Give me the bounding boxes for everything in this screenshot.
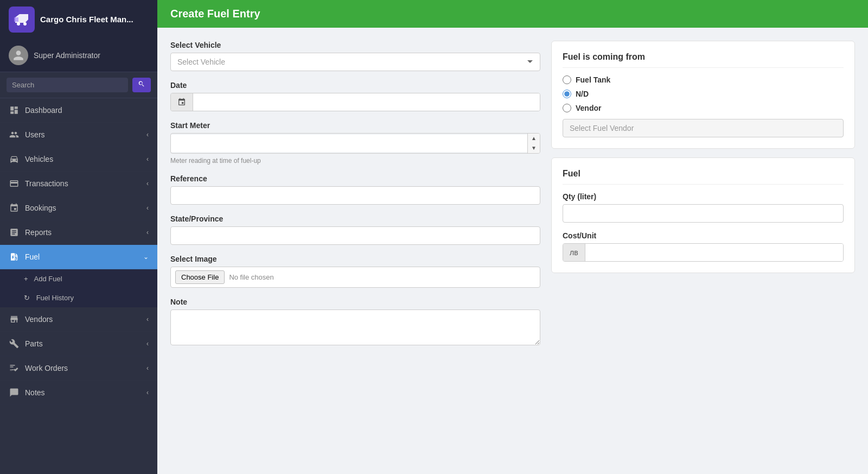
- svg-point-2: [23, 22, 27, 26]
- main-content: Create Fuel Entry Select Vehicle Select …: [157, 0, 868, 474]
- fuel-source-title: Fuel is coming from: [563, 52, 844, 68]
- sidebar-sub-fuel-history[interactable]: ↻ Fuel History: [0, 288, 157, 307]
- vehicle-select[interactable]: Select Vehicle: [170, 53, 540, 71]
- note-group: Note: [170, 298, 540, 345]
- sidebar-header: Cargo Chris Fleet Man...: [0, 0, 157, 39]
- date-group: Date 2025-02-04: [170, 81, 540, 111]
- username: Super Administrator: [34, 51, 100, 60]
- reference-label: Reference: [170, 174, 540, 183]
- sidebar-item-fuel[interactable]: Fuel ⌄: [0, 245, 157, 269]
- work-orders-icon: [9, 363, 20, 374]
- choose-file-button[interactable]: Choose File: [175, 270, 225, 284]
- date-label: Date: [170, 81, 540, 90]
- nd-radio[interactable]: [563, 90, 571, 98]
- svg-point-1: [17, 22, 20, 26]
- radio-fuel-tank: Fuel Tank: [563, 75, 844, 84]
- right-panel: Fuel is coming from Fuel Tank N/D Vendor: [551, 41, 855, 273]
- select-image-label: Select Image: [170, 255, 540, 263]
- left-panel: Select Vehicle Select Vehicle Date 2025-…: [170, 41, 540, 345]
- spin-down[interactable]: ▼: [528, 143, 540, 153]
- work-orders-chevron: ‹: [146, 364, 149, 372]
- app-logo: [9, 7, 35, 33]
- start-meter-group: Start Meter ▲ ▼ Meter reading at time of…: [170, 121, 540, 165]
- file-name-label: No file chosen: [229, 273, 273, 281]
- sidebar-item-notes[interactable]: Notes ‹: [0, 381, 157, 405]
- sidebar-sub-add-fuel[interactable]: + Add Fuel: [0, 269, 157, 288]
- date-input[interactable]: 2025-02-04: [193, 93, 540, 111]
- avatar: [9, 46, 28, 65]
- parts-chevron: ‹: [146, 340, 149, 347]
- qty-label: Qty (liter): [563, 192, 844, 201]
- form-area: Select Vehicle Select Vehicle Date 2025-…: [157, 28, 868, 474]
- vehicles-icon: [9, 154, 20, 165]
- cost-unit-input[interactable]: 0.00: [585, 244, 843, 261]
- cost-unit-group: Cost/Unit лв 0.00: [563, 231, 844, 262]
- transactions-chevron: ‹: [146, 180, 149, 187]
- bookings-icon: [9, 203, 20, 213]
- page-header: Create Fuel Entry: [157, 0, 868, 28]
- sidebar-item-reports[interactable]: Reports ‹: [0, 220, 157, 245]
- reference-input[interactable]: [170, 186, 540, 205]
- add-fuel-icon: +: [24, 275, 28, 283]
- dashboard-icon: [9, 105, 20, 116]
- sidebar-item-vendors[interactable]: Vendors ‹: [0, 307, 157, 332]
- note-label: Note: [170, 298, 540, 306]
- search-bar: [0, 72, 157, 98]
- state-province-group: State/Province: [170, 214, 540, 245]
- fuel-icon: [9, 251, 20, 262]
- sidebar-item-users[interactable]: Users ‹: [0, 123, 157, 147]
- fuel-tank-label[interactable]: Fuel Tank: [576, 75, 610, 84]
- state-province-input[interactable]: [170, 226, 540, 245]
- notes-chevron: ‹: [146, 389, 149, 396]
- transactions-icon: [9, 178, 20, 189]
- reports-chevron: ‹: [146, 229, 149, 236]
- users-icon: [9, 129, 20, 140]
- sidebar-item-transactions[interactable]: Transactions ‹: [0, 172, 157, 196]
- reports-icon: [9, 227, 20, 238]
- notes-icon: [9, 387, 20, 398]
- sidebar-item-vehicles[interactable]: Vehicles ‹: [0, 147, 157, 172]
- fuel-details-title: Fuel: [563, 169, 844, 185]
- spinners: ▲ ▼: [527, 134, 540, 153]
- start-meter-input[interactable]: [171, 135, 527, 152]
- sidebar-item-work-orders[interactable]: Work Orders ‹: [0, 356, 157, 381]
- start-meter-hint: Meter reading at time of fuel-up: [170, 157, 540, 165]
- currency-prefix: лв: [563, 244, 585, 261]
- qty-input[interactable]: 0.00: [563, 204, 844, 223]
- sidebar-item-parts[interactable]: Parts ‹: [0, 332, 157, 356]
- fuel-chevron: ⌄: [143, 253, 149, 261]
- fuel-history-icon: ↻: [24, 294, 30, 302]
- start-meter-label: Start Meter: [170, 121, 540, 130]
- nd-label[interactable]: N/D: [576, 90, 589, 98]
- fuel-tank-radio[interactable]: [563, 75, 571, 84]
- fuel-details-card: Fuel Qty (liter) 0.00 Cost/Unit лв 0.00: [551, 157, 855, 273]
- user-profile: Super Administrator: [0, 39, 157, 72]
- app-title: Cargo Chris Fleet Man...: [40, 15, 133, 24]
- vehicles-chevron: ‹: [146, 155, 149, 163]
- sidebar-item-bookings[interactable]: Bookings ‹: [0, 196, 157, 220]
- state-province-label: State/Province: [170, 214, 540, 223]
- users-chevron: ‹: [146, 131, 149, 138]
- spin-up[interactable]: ▲: [528, 134, 540, 143]
- sidebar-item-dashboard[interactable]: Dashboard: [0, 98, 157, 123]
- fuel-source-radio-group: Fuel Tank N/D Vendor: [563, 75, 844, 112]
- sidebar: Cargo Chris Fleet Man... Super Administr…: [0, 0, 157, 474]
- cost-unit-label: Cost/Unit: [563, 231, 844, 240]
- image-group: Select Image Choose File No file chosen: [170, 255, 540, 288]
- vendors-chevron: ‹: [146, 315, 149, 323]
- calendar-button[interactable]: [171, 93, 193, 111]
- date-input-wrap: 2025-02-04: [170, 93, 540, 111]
- note-textarea[interactable]: [170, 309, 540, 345]
- start-meter-wrap: ▲ ▼: [170, 133, 540, 154]
- fuel-vendor-select[interactable]: Select Fuel Vendor: [563, 119, 844, 137]
- cost-unit-wrap: лв 0.00: [563, 243, 844, 262]
- search-input[interactable]: [7, 78, 128, 92]
- parts-icon: [9, 338, 20, 349]
- vendor-label[interactable]: Vendor: [576, 104, 601, 112]
- fuel-source-card: Fuel is coming from Fuel Tank N/D Vendor: [551, 41, 855, 149]
- bookings-chevron: ‹: [146, 204, 149, 212]
- reference-group: Reference: [170, 174, 540, 205]
- vendor-radio[interactable]: [563, 104, 571, 112]
- vendors-icon: [9, 314, 20, 325]
- search-button[interactable]: [132, 78, 151, 92]
